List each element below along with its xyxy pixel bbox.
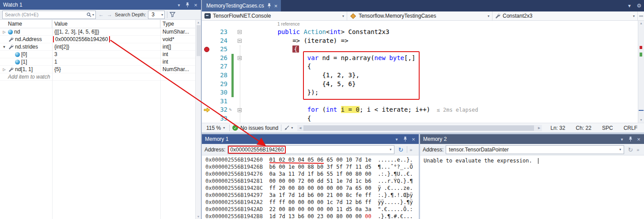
pin-icon[interactable] bbox=[184, 1, 191, 8]
search-input[interactable] bbox=[5, 12, 86, 17]
code-line[interactable]: 33 { bbox=[202, 114, 638, 123]
expander-expanded-icon[interactable]: ▼ bbox=[2, 45, 7, 49]
code-line[interactable]: 26 var nd = np.array(new byte[,] bbox=[202, 54, 638, 63]
memory-row[interactable]: 0x000002556B194260 01 02 03 04 05 06 65 … bbox=[205, 156, 419, 163]
memory-row[interactable]: 0x000002556B1942A2 ff ff 00 00 00 00 1c … bbox=[205, 199, 419, 206]
watch-row[interactable]: Add item to watch bbox=[0, 73, 201, 81]
pin-icon[interactable] bbox=[267, 3, 271, 8]
outline-collapse-icon[interactable] bbox=[235, 54, 243, 63]
memory-row[interactable]: 0x000002556B19426B b6 00 1e 00 88 b0 3f … bbox=[205, 163, 419, 170]
pin-icon[interactable] bbox=[627, 136, 634, 143]
codelens-references[interactable]: 1 reference bbox=[202, 21, 638, 28]
scrollbar-thumb[interactable] bbox=[303, 125, 534, 131]
outline-collapse-icon[interactable] bbox=[235, 37, 243, 45]
search-back-icon[interactable]: ← bbox=[98, 11, 104, 18]
current-statement-arrow-icon[interactable] bbox=[202, 106, 212, 114]
close-icon[interactable]: × bbox=[635, 136, 642, 143]
watch-row[interactable]: ▷nd{[[1, 2, 3], [4, 5, 6]]}NumShar... bbox=[0, 28, 201, 36]
memory-ascii: ÿÿ.....}.¶ÿ bbox=[378, 199, 413, 205]
watch-scrollbar[interactable]: ▲ ▼ bbox=[195, 20, 201, 219]
watch-row[interactable]: [1]1int bbox=[0, 58, 201, 66]
watch-row[interactable]: nd.Address0x000002556b194260void* bbox=[0, 36, 201, 43]
memory-error-message[interactable]: Unable to evaluate the expression. bbox=[420, 155, 644, 164]
memory2-toolbar: Address: tensor.TensorDataPointer ▾ ↻ » bbox=[420, 144, 644, 155]
search-options-chevron-icon[interactable]: ▾ bbox=[92, 13, 94, 17]
scrollbar-thumb[interactable] bbox=[197, 25, 201, 56]
editor-options-gear-icon[interactable]: ⚙ bbox=[634, 0, 644, 11]
refresh-icon[interactable]: ↻ bbox=[626, 146, 634, 153]
watch-row[interactable]: ▷nd[1, 1]{5}NumShar... bbox=[0, 66, 201, 73]
memory-row[interactable]: 0x000002556B1942AD 22 00 80 00 00 00 00 … bbox=[205, 206, 419, 213]
scroll-down-icon[interactable]: ▼ bbox=[197, 215, 200, 218]
console-project-icon bbox=[205, 13, 211, 19]
code-editor[interactable]: 1 reference 23 public Action<int> Consta… bbox=[202, 21, 638, 123]
pin-icon[interactable] bbox=[402, 136, 409, 143]
outline-collapse-icon[interactable] bbox=[235, 28, 243, 37]
toolbar-overflow-icon[interactable]: » bbox=[636, 147, 639, 152]
address-input[interactable]: tensor.TensorDataPointer ▾ bbox=[446, 145, 624, 154]
column-divider[interactable] bbox=[160, 20, 161, 219]
split-window-handle[interactable] bbox=[638, 11, 644, 20]
column-header-name[interactable]: Name bbox=[0, 20, 52, 28]
type-dropdown[interactable]: Tensorflow.MemoryTestingCases ▾ bbox=[347, 11, 492, 20]
document-tab[interactable]: MemoryTestingCases.cs × bbox=[202, 0, 281, 11]
scroll-right-icon[interactable]: ▶ bbox=[536, 125, 542, 131]
search-forward-icon[interactable]: → bbox=[106, 11, 113, 18]
memory-row[interactable]: 0x000002556B194297 3a 1f 7d 1d b6 00 21 … bbox=[205, 192, 419, 199]
window-position-chevron-icon[interactable]: ▾ bbox=[393, 136, 400, 143]
address-value[interactable]: 0x000002556B194260 bbox=[228, 146, 286, 154]
scroll-down-icon[interactable]: ▼ bbox=[638, 117, 644, 123]
scroll-up-icon[interactable]: ▲ bbox=[638, 21, 644, 26]
close-icon[interactable]: × bbox=[192, 1, 199, 8]
editor-vertical-scrollbar[interactable]: ▲ ▼ bbox=[638, 21, 644, 123]
code-line[interactable]: 25 { bbox=[202, 45, 638, 54]
project-dropdown[interactable]: TensorFlowNET.Console ▾ bbox=[202, 11, 347, 20]
line-number: 26 bbox=[212, 54, 231, 63]
memory-row[interactable]: 0x000002556B194276 0a 3a 11 7d 1f b6 55 … bbox=[205, 170, 419, 177]
scroll-up-icon[interactable]: ▲ bbox=[197, 21, 200, 24]
refresh-icon[interactable]: ↻ bbox=[397, 146, 405, 153]
code-line[interactable]: 24 => (iterate) => bbox=[202, 37, 638, 45]
filter-icon[interactable] bbox=[170, 12, 175, 17]
code-cleanup-icon[interactable]: ▾ bbox=[284, 125, 293, 131]
search-depth-select[interactable]: 3 ▾ bbox=[148, 11, 165, 19]
code-line[interactable]: 27 { bbox=[202, 62, 638, 71]
code-line[interactable]: 32✎ for (int i = 0; i < iterate; i++) ≤ … bbox=[202, 106, 638, 114]
line-number: 33 bbox=[212, 114, 231, 123]
scroll-left-icon[interactable]: ◀ bbox=[297, 125, 303, 131]
zoom-select[interactable]: 115 % ▾ bbox=[205, 125, 227, 131]
chevron-down-icon[interactable]: ▾ bbox=[617, 147, 623, 151]
close-icon[interactable]: × bbox=[410, 136, 417, 143]
expander-collapsed-icon[interactable]: ▷ bbox=[2, 68, 7, 72]
watch-row[interactable]: [0]3int bbox=[0, 51, 201, 58]
code-line[interactable]: 29 {4, 5, 6} bbox=[202, 80, 638, 89]
window-position-chevron-icon[interactable]: ▾ bbox=[175, 1, 182, 8]
chevron-down-icon: ▾ bbox=[291, 126, 293, 130]
chevron-down-icon: ▾ bbox=[342, 14, 344, 18]
column-header-value[interactable]: Value bbox=[52, 20, 160, 28]
search-box[interactable]: ▾ bbox=[2, 11, 96, 19]
window-position-chevron-icon[interactable]: ▾ bbox=[618, 136, 625, 143]
chevron-down-icon[interactable]: ▾ bbox=[388, 147, 393, 151]
expander-collapsed-icon[interactable]: ▷ bbox=[2, 30, 7, 34]
address-input[interactable]: 0x000002556B194260 ▾ bbox=[227, 145, 394, 154]
memory-row[interactable]: 0x000002556B1942B8 1d 7d 13 b6 00 23 00 … bbox=[205, 213, 419, 219]
code-line[interactable]: 23 public Action<int> Constant2x3 bbox=[202, 28, 638, 37]
memory-dump[interactable]: 0x000002556B194260 01 02 03 04 05 06 65 … bbox=[202, 155, 419, 219]
member-dropdown[interactable]: Constant2x3 ▾ bbox=[492, 11, 638, 20]
breakpoint-icon[interactable] bbox=[202, 45, 212, 54]
code-line[interactable]: 28 {1, 2, 3}, bbox=[202, 71, 638, 80]
code-line[interactable]: 30 }); bbox=[202, 88, 638, 97]
close-icon[interactable]: × bbox=[274, 3, 278, 9]
column-divider[interactable] bbox=[52, 20, 53, 219]
watch-row[interactable]: ▼nd.strides{int[2]}int[] bbox=[0, 43, 201, 51]
health-indicator[interactable]: ✓ No issues found bbox=[232, 125, 278, 131]
code-line[interactable]: 31 bbox=[202, 97, 638, 106]
outline-collapse-icon[interactable] bbox=[235, 106, 243, 114]
memory-row[interactable]: 0x000002556B194281 00 00 00 72 00 dd 51 … bbox=[205, 177, 419, 185]
address-value[interactable]: tensor.TensorDataPointer bbox=[447, 147, 508, 153]
memory-row[interactable]: 0x000002556B19428C ff 20 00 80 00 00 00 … bbox=[205, 185, 419, 192]
toolbar-overflow-icon[interactable]: » bbox=[409, 147, 412, 152]
editor-horizontal-scrollbar[interactable]: ◀ ▶ bbox=[297, 125, 542, 131]
active-files-chevron-icon[interactable]: ▾ bbox=[625, 0, 634, 11]
